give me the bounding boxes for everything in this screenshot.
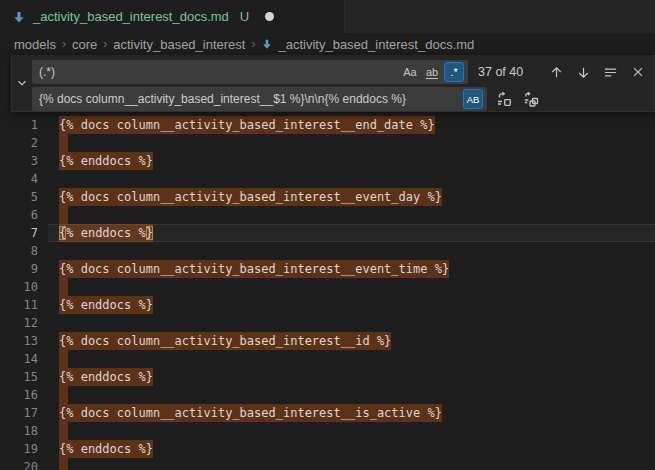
code-lines-container: 1{% docs column__activity_based_interest… bbox=[0, 116, 655, 470]
code-line[interactable]: 10 bbox=[0, 278, 655, 296]
editor-tab[interactable]: _activity_based_interest_docs.md U bbox=[0, 0, 345, 33]
line-number: 19 bbox=[0, 440, 38, 458]
code-line[interactable]: 3{% enddocs %} bbox=[0, 152, 655, 170]
line-number: 11 bbox=[0, 296, 38, 314]
line-number: 15 bbox=[0, 368, 38, 386]
line-number: 18 bbox=[0, 422, 38, 440]
find-nav-buttons bbox=[540, 62, 648, 83]
line-text: {% enddocs %} bbox=[38, 152, 153, 170]
match-case-button[interactable]: Aa bbox=[400, 62, 420, 82]
modified-indicator-dot[interactable] bbox=[265, 12, 274, 21]
line-text bbox=[38, 278, 68, 296]
find-match-highlight: {% docs column__activity_based_interest_… bbox=[59, 260, 449, 278]
breadcrumb-item-file[interactable]: _activity_based_interest_docs.md bbox=[261, 37, 474, 52]
code-line[interactable]: 19{% enddocs %} bbox=[0, 440, 655, 458]
git-status-badge: U bbox=[240, 9, 249, 24]
find-in-selection-button[interactable] bbox=[600, 62, 621, 83]
find-match-highlight: {% enddocs %} bbox=[59, 296, 153, 314]
code-line[interactable]: 16 bbox=[0, 386, 655, 404]
markdown-file-icon bbox=[12, 10, 26, 24]
code-line[interactable]: 18 bbox=[0, 422, 655, 440]
vscode-window: _activity_based_interest_docs.md U model… bbox=[0, 0, 655, 470]
close-find-widget-button[interactable] bbox=[627, 62, 648, 83]
find-input-box: Aa ab .* bbox=[32, 60, 468, 84]
line-number: 12 bbox=[0, 314, 38, 332]
line-number: 16 bbox=[0, 386, 38, 404]
editor-pane[interactable]: 1{% docs column__activity_based_interest… bbox=[0, 55, 655, 470]
code-line[interactable]: 20 bbox=[0, 458, 655, 470]
code-line[interactable]: 17{% docs column__activity_based_interes… bbox=[0, 404, 655, 422]
line-text bbox=[38, 170, 59, 188]
markdown-file-icon bbox=[261, 38, 273, 50]
line-number: 3 bbox=[0, 152, 38, 170]
find-match-highlight: {% docs column__activity_based_interest_… bbox=[59, 116, 435, 134]
bracket-match-highlight: } bbox=[146, 226, 153, 240]
code-line[interactable]: 7{% enddocs %} bbox=[0, 224, 655, 242]
line-number: 17 bbox=[0, 404, 38, 422]
find-match-newline-highlight bbox=[59, 278, 68, 296]
previous-match-button[interactable] bbox=[546, 62, 567, 83]
breadcrumb-item-models[interactable]: models bbox=[14, 37, 56, 52]
find-match-highlight: {% enddocs %} bbox=[59, 440, 153, 458]
line-number: 1 bbox=[0, 116, 38, 134]
line-text: {% docs column__activity_based_interest_… bbox=[38, 188, 442, 206]
breadcrumb-file-label: _activity_based_interest_docs.md bbox=[278, 37, 474, 52]
find-row: Aa ab .* 37 of 40 bbox=[32, 60, 648, 84]
regex-button[interactable]: .* bbox=[444, 62, 464, 82]
next-match-button[interactable] bbox=[573, 62, 594, 83]
find-match-newline-highlight bbox=[59, 422, 68, 440]
breadcrumb-separator-icon: › bbox=[249, 37, 257, 51]
breadcrumb-separator-icon: › bbox=[101, 37, 109, 51]
code-line[interactable]: 4 bbox=[0, 170, 655, 188]
line-text bbox=[38, 458, 68, 470]
find-match-newline-highlight bbox=[59, 458, 68, 470]
code-line[interactable]: 11{% enddocs %} bbox=[0, 296, 655, 314]
find-input[interactable] bbox=[39, 60, 398, 84]
breadcrumb-item-activity-based-interest[interactable]: activity_based_interest bbox=[113, 37, 245, 52]
find-match-highlight: {% enddocs %} bbox=[59, 368, 153, 386]
find-match-highlight: {% docs column__activity_based_interest_… bbox=[59, 404, 442, 422]
line-text: {% docs column__activity_based_interest_… bbox=[38, 332, 391, 350]
find-match-highlight: {% docs column__activity_based_interest_… bbox=[59, 332, 391, 350]
code-line[interactable]: 14 bbox=[0, 350, 655, 368]
line-number: 20 bbox=[0, 458, 38, 470]
breadcrumb-item-core[interactable]: core bbox=[72, 37, 97, 52]
line-text: {% enddocs %} bbox=[38, 368, 153, 386]
find-match-newline-highlight bbox=[59, 386, 68, 404]
chevron-down-icon bbox=[15, 76, 29, 90]
line-text bbox=[38, 350, 68, 368]
bracket-match-highlight: { bbox=[59, 226, 66, 240]
line-text bbox=[38, 206, 68, 224]
line-text bbox=[38, 386, 68, 404]
code-line[interactable]: 13{% docs column__activity_based_interes… bbox=[0, 332, 655, 350]
arrow-up-icon bbox=[549, 65, 564, 80]
line-number: 14 bbox=[0, 350, 38, 368]
code-line[interactable]: 1{% docs column__activity_based_interest… bbox=[0, 116, 655, 134]
line-number: 2 bbox=[0, 134, 38, 152]
tab-title: _activity_based_interest_docs.md bbox=[33, 9, 229, 24]
replace-button[interactable] bbox=[493, 89, 514, 110]
find-match-highlight: {% enddocs %} bbox=[59, 224, 153, 242]
code-line[interactable]: 8 bbox=[0, 242, 655, 260]
toggle-replace-button[interactable] bbox=[14, 55, 30, 111]
code-line[interactable]: 9{% docs column__activity_based_interest… bbox=[0, 260, 655, 278]
code-line[interactable]: 15{% enddocs %} bbox=[0, 368, 655, 386]
close-icon bbox=[631, 65, 645, 79]
line-text bbox=[38, 314, 59, 332]
whole-word-button[interactable]: ab bbox=[422, 62, 442, 82]
replace-all-icon bbox=[523, 91, 539, 107]
code-line[interactable]: 12 bbox=[0, 314, 655, 332]
find-match-newline-highlight bbox=[59, 206, 68, 224]
preserve-case-button[interactable]: AB bbox=[463, 89, 483, 109]
code-line[interactable]: 5{% docs column__activity_based_interest… bbox=[0, 188, 655, 206]
find-match-newline-highlight bbox=[59, 350, 68, 368]
replace-input[interactable] bbox=[39, 87, 461, 111]
find-in-selection-icon bbox=[603, 65, 618, 80]
match-count: 37 of 40 bbox=[478, 65, 540, 79]
arrow-down-icon bbox=[576, 65, 591, 80]
replace-all-button[interactable] bbox=[520, 89, 541, 110]
code-line[interactable]: 2 bbox=[0, 134, 655, 152]
line-number: 5 bbox=[0, 188, 38, 206]
line-number: 7 bbox=[0, 224, 38, 242]
code-line[interactable]: 6 bbox=[0, 206, 655, 224]
